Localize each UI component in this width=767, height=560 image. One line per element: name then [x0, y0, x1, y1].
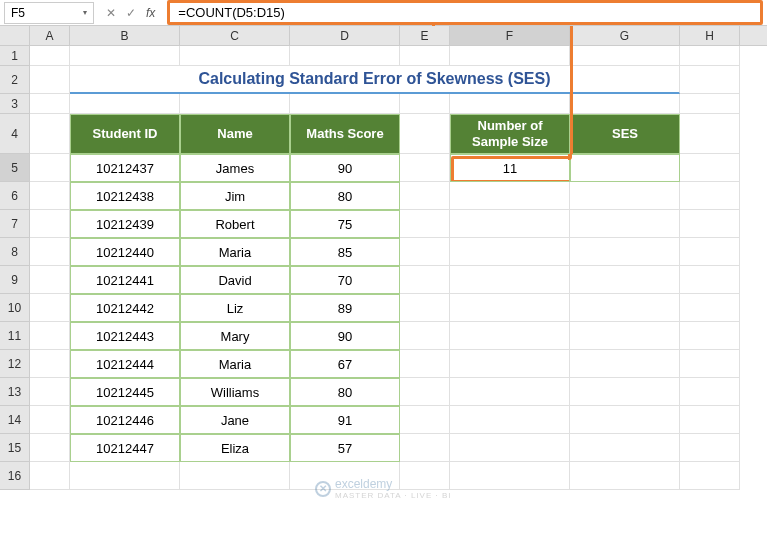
cell[interactable]	[400, 266, 450, 294]
table-cell[interactable]: Jim	[180, 182, 290, 210]
table-cell[interactable]: Robert	[180, 210, 290, 238]
col-header-f[interactable]: F	[450, 26, 570, 45]
table-cell[interactable]: Maria	[180, 350, 290, 378]
cell[interactable]	[30, 434, 70, 462]
row-header-2[interactable]: 2	[0, 66, 30, 94]
table-cell[interactable]: Williams	[180, 378, 290, 406]
cell[interactable]	[680, 114, 740, 154]
cell[interactable]	[30, 294, 70, 322]
cell[interactable]	[30, 378, 70, 406]
cell[interactable]	[30, 46, 70, 66]
cell[interactable]	[570, 406, 680, 434]
row-header-11[interactable]: 11	[0, 322, 30, 350]
cell[interactable]	[400, 350, 450, 378]
cell[interactable]	[70, 462, 180, 490]
row-header-12[interactable]: 12	[0, 350, 30, 378]
cell[interactable]	[680, 322, 740, 350]
cell[interactable]	[570, 238, 680, 266]
table-cell[interactable]: Liz	[180, 294, 290, 322]
cell[interactable]	[450, 462, 570, 490]
table-cell[interactable]: Mary	[180, 322, 290, 350]
table-header[interactable]: Maths Score	[290, 114, 400, 154]
cell[interactable]	[570, 182, 680, 210]
cell[interactable]	[30, 66, 70, 94]
row-header-10[interactable]: 10	[0, 294, 30, 322]
cell[interactable]	[450, 46, 570, 66]
cell[interactable]	[570, 462, 680, 490]
cell[interactable]	[400, 406, 450, 434]
cell[interactable]	[680, 238, 740, 266]
cell[interactable]	[30, 114, 70, 154]
cell[interactable]	[400, 210, 450, 238]
cell[interactable]	[680, 294, 740, 322]
table-cell[interactable]: 89	[290, 294, 400, 322]
table-cell[interactable]: Jane	[180, 406, 290, 434]
table-cell[interactable]: 75	[290, 210, 400, 238]
cell[interactable]	[30, 462, 70, 490]
cell[interactable]	[570, 46, 680, 66]
table-cell[interactable]: James	[180, 154, 290, 182]
cell[interactable]	[70, 94, 180, 114]
col-header-h[interactable]: H	[680, 26, 740, 45]
table-cell[interactable]: 10212446	[70, 406, 180, 434]
table-cell[interactable]: 10212447	[70, 434, 180, 462]
cell[interactable]	[400, 322, 450, 350]
formula-input[interactable]: =COUNT(D5:D15)	[167, 0, 763, 25]
table-cell[interactable]: 10212439	[70, 210, 180, 238]
cell[interactable]	[450, 266, 570, 294]
cell[interactable]	[680, 94, 740, 114]
cell[interactable]	[680, 462, 740, 490]
cell[interactable]	[570, 350, 680, 378]
table-cell[interactable]: 10212442	[70, 294, 180, 322]
row-header-16[interactable]: 16	[0, 462, 30, 490]
cell[interactable]	[400, 154, 450, 182]
cell[interactable]	[570, 266, 680, 294]
table-cell[interactable]: 10212444	[70, 350, 180, 378]
cell[interactable]	[400, 294, 450, 322]
cell[interactable]	[400, 378, 450, 406]
cancel-icon[interactable]: ✕	[106, 6, 116, 20]
row-header-9[interactable]: 9	[0, 266, 30, 294]
cell[interactable]	[180, 94, 290, 114]
table-cell[interactable]: Maria	[180, 238, 290, 266]
cell[interactable]	[450, 322, 570, 350]
table-header[interactable]: Number of Sample Size	[450, 114, 570, 154]
cell[interactable]	[570, 294, 680, 322]
cell[interactable]	[400, 114, 450, 154]
cell[interactable]	[450, 434, 570, 462]
row-header-13[interactable]: 13	[0, 378, 30, 406]
cell[interactable]	[30, 238, 70, 266]
table-cell[interactable]: 10212440	[70, 238, 180, 266]
cell[interactable]	[30, 350, 70, 378]
col-header-g[interactable]: G	[570, 26, 680, 45]
cell[interactable]	[570, 378, 680, 406]
cell[interactable]	[570, 210, 680, 238]
cell[interactable]	[30, 154, 70, 182]
table-cell[interactable]: 57	[290, 434, 400, 462]
fx-icon[interactable]: fx	[146, 6, 155, 20]
table-cell[interactable]: 70	[290, 266, 400, 294]
table-cell[interactable]	[570, 154, 680, 182]
cells-area[interactable]: Calculating Standard Error of Skewness (…	[30, 46, 767, 490]
row-header-1[interactable]: 1	[0, 46, 30, 66]
cell[interactable]	[680, 378, 740, 406]
cell[interactable]	[30, 210, 70, 238]
row-header-7[interactable]: 7	[0, 210, 30, 238]
col-header-c[interactable]: C	[180, 26, 290, 45]
cell[interactable]	[680, 210, 740, 238]
cell[interactable]	[450, 378, 570, 406]
cell[interactable]	[450, 294, 570, 322]
table-cell[interactable]: 10212438	[70, 182, 180, 210]
row-header-8[interactable]: 8	[0, 238, 30, 266]
table-cell[interactable]: David	[180, 266, 290, 294]
cell[interactable]	[70, 46, 180, 66]
cell[interactable]	[30, 266, 70, 294]
row-header-6[interactable]: 6	[0, 182, 30, 210]
row-header-5[interactable]: 5	[0, 154, 30, 182]
cell[interactable]	[570, 94, 680, 114]
table-cell[interactable]: 90	[290, 154, 400, 182]
col-header-e[interactable]: E	[400, 26, 450, 45]
chevron-down-icon[interactable]: ▾	[83, 8, 87, 17]
cell[interactable]	[450, 406, 570, 434]
col-header-a[interactable]: A	[30, 26, 70, 45]
